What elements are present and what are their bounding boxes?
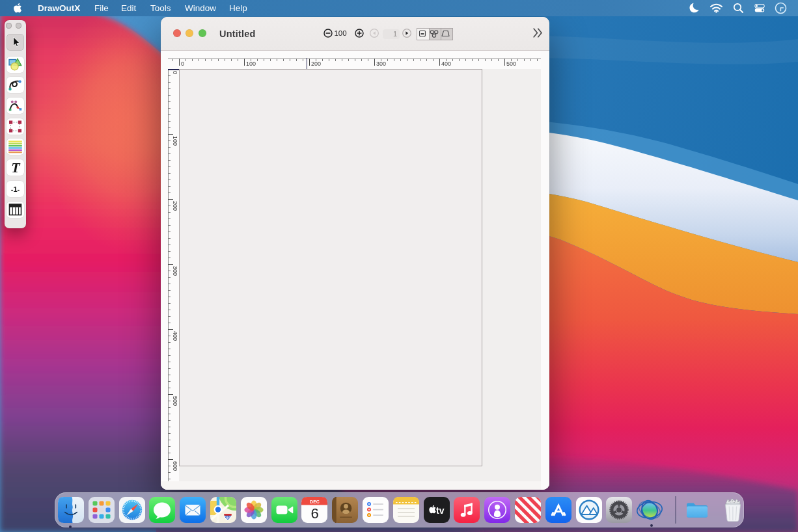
svg-text:280: 280 [225,516,231,520]
svg-text:tv: tv [436,505,445,516]
svg-text:T: T [11,159,21,176]
svg-text:DEC: DEC [310,499,320,504]
svg-text:-1-: -1- [10,185,20,193]
svg-text:6: 6 [311,505,319,522]
